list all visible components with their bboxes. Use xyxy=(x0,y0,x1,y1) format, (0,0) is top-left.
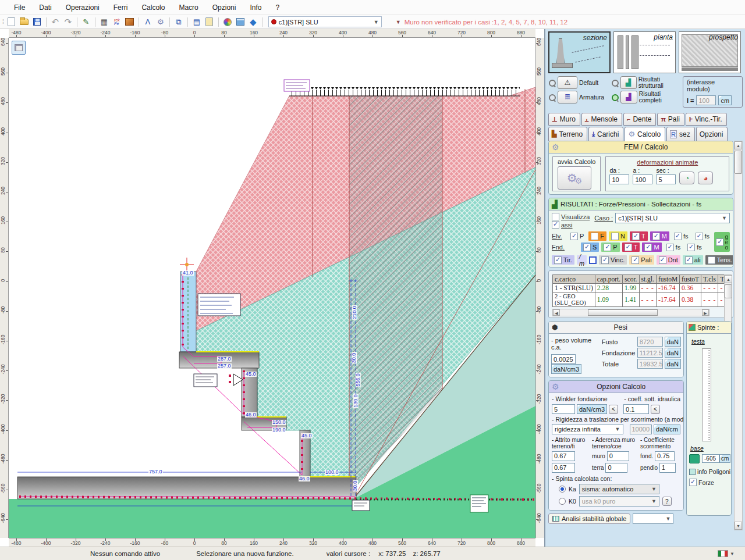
vinc-checkbox[interactable] xyxy=(601,256,609,264)
table-button[interactable] xyxy=(234,16,247,27)
fnd-fs1-checkbox[interactable] xyxy=(666,244,674,251)
caso-selector[interactable]: c1)[STR] SLU▼ xyxy=(615,213,730,223)
geo-toggle[interactable]: geo xyxy=(714,232,730,252)
rck-fe-button[interactable]: rckFe xyxy=(111,16,123,27)
rigidezza-selector[interactable]: rigidezza infinita▼ xyxy=(552,424,623,434)
coef-fond-input[interactable]: 0.75 xyxy=(655,451,675,461)
table-horizontal-scrollbar[interactable]: ◀ ▶ xyxy=(552,309,709,316)
stabilita-selector[interactable]: ▼ xyxy=(633,513,673,524)
fnd-m-checkbox[interactable] xyxy=(644,244,652,251)
stop-animation-button[interactable]: ◕ xyxy=(698,172,713,184)
menu-calcolo[interactable]: Calcolo xyxy=(134,2,172,13)
attrito-fi2-input[interactable]: 0.67 xyxy=(552,463,575,473)
rigidezza-input[interactable]: 10000 xyxy=(630,425,652,434)
elv-m-checkbox[interactable] xyxy=(652,233,660,240)
winkler-input[interactable]: 5 xyxy=(552,404,575,414)
a-input[interactable]: 100 xyxy=(633,174,652,184)
edit-notes-button[interactable]: ✎ xyxy=(80,16,93,27)
elv-p-checkbox[interactable] xyxy=(570,233,578,240)
elv-n-checkbox[interactable] xyxy=(611,233,619,240)
menu-ferri[interactable]: Ferri xyxy=(107,2,135,13)
da-input[interactable]: 10 xyxy=(609,174,629,184)
scroll-up-icon[interactable]: ▲ xyxy=(725,275,732,283)
preview-button[interactable]: ⧉ xyxy=(172,16,185,27)
menu-file[interactable]: File xyxy=(7,2,32,13)
tab-mensole[interactable]: ⫠Mensole xyxy=(581,113,622,126)
scroll-up-icon[interactable]: ▲ xyxy=(735,141,742,149)
fnd-t-checkbox[interactable] xyxy=(625,244,632,251)
scroll-left-icon[interactable]: ◀ xyxy=(553,309,560,316)
canvas-tool-button[interactable] xyxy=(12,41,26,55)
tens-checkbox[interactable] xyxy=(708,256,715,264)
view-risultati-strutturali-button[interactable]: ▟ xyxy=(620,76,637,89)
aderenza-muro-input[interactable]: 0 xyxy=(607,451,629,461)
k0-selector[interactable]: usa k0 puro▼ xyxy=(579,496,659,507)
redo-button[interactable]: ↷ xyxy=(62,16,74,27)
spinte-tool-button[interactable] xyxy=(689,454,700,463)
menu-opzioni[interactable]: Opzioni xyxy=(205,2,243,13)
elv-fs1-checkbox[interactable] xyxy=(674,233,682,240)
language-selector[interactable]: ▼ xyxy=(718,550,735,557)
materials-button[interactable]: ▦ xyxy=(98,16,111,27)
ali-checkbox[interactable] xyxy=(685,256,693,264)
view-default-button[interactable]: ⚠ xyxy=(558,76,577,89)
elv-fs2-checkbox[interactable] xyxy=(696,233,703,240)
view-armatura-button[interactable]: 𝄜 xyxy=(558,91,577,104)
geo-checkbox[interactable] xyxy=(716,238,723,246)
new-file-button[interactable] xyxy=(5,16,18,27)
visualizza-label[interactable]: Visualizza xyxy=(561,213,590,220)
interasse-input[interactable]: 100 xyxy=(696,95,716,105)
fnd-s-checkbox[interactable] xyxy=(583,244,591,251)
table-row[interactable]: 1 - STR(SLU)2.28 1.99- - - -16.740.36 - … xyxy=(553,284,730,293)
save-button[interactable] xyxy=(31,16,44,27)
elv-t-checkbox[interactable] xyxy=(632,233,640,240)
menu-help[interactable]: ? xyxy=(268,2,286,13)
fnd-p-checkbox[interactable] xyxy=(604,244,611,251)
scroll-down-icon[interactable]: ▼ xyxy=(735,522,742,530)
visualizza-checkbox[interactable] xyxy=(552,213,559,220)
tab-terreno[interactable]: ▙Terreno xyxy=(548,127,587,141)
scroll-right-icon[interactable]: ▶ xyxy=(702,309,709,316)
coef-pendio-input[interactable]: 1 xyxy=(659,463,676,473)
help-button[interactable]: ? xyxy=(662,497,672,506)
testa-link[interactable]: testa xyxy=(691,338,705,345)
menu-dati[interactable]: Dati xyxy=(32,2,58,13)
sec-input[interactable]: 5 xyxy=(656,174,676,184)
analisi-stabilita-button[interactable]: Analisi stabilità globale xyxy=(548,513,630,524)
ka-radio[interactable] xyxy=(559,486,566,493)
extra-checkbox[interactable] xyxy=(589,256,597,264)
view-pianta-card[interactable]: pianta xyxy=(613,31,676,73)
elv-label[interactable]: Elv. xyxy=(552,233,566,240)
info-poligoni-link[interactable]: info Poligoni xyxy=(689,468,730,475)
tab-carichi[interactable]: ⤓Carichi xyxy=(588,127,623,141)
tir-checkbox[interactable] xyxy=(554,256,562,264)
report-button[interactable] xyxy=(203,16,216,27)
tab-sez[interactable]: Rsez xyxy=(666,127,695,141)
forze-checkbox[interactable] xyxy=(689,479,697,486)
pali-checkbox[interactable] xyxy=(632,256,639,264)
coeff-less-button[interactable]: < xyxy=(651,405,660,414)
aderenza-terra-input[interactable]: 0 xyxy=(605,463,627,473)
view-risultati-completi-button[interactable]: ▟ xyxy=(620,91,637,104)
open-file-button[interactable] xyxy=(18,16,31,27)
drafting-button[interactable]: Λ xyxy=(141,16,154,27)
tab-opzioni[interactable]: Opzioni xyxy=(696,127,728,141)
panel-scrollbar[interactable]: ▲ ▼ xyxy=(734,141,743,530)
menu-macro[interactable]: Macro xyxy=(172,2,205,13)
coeff-input[interactable]: 0.1 xyxy=(623,404,649,414)
base-link[interactable]: base xyxy=(690,445,704,452)
fnd-fs2-checkbox[interactable] xyxy=(687,244,695,251)
view-sezione-card[interactable]: sezione xyxy=(548,31,611,73)
settings-button[interactable]: ⚙ xyxy=(154,16,167,27)
load-case-selector[interactable]: c1)[STR] SLU ▼ xyxy=(268,16,382,27)
table-row[interactable]: 2 - GEO (SLU_GEO)1.09 1.41- - - -17.640.… xyxy=(553,293,730,307)
dnt-checkbox[interactable] xyxy=(659,256,666,264)
play-animation-button[interactable]: ◔ xyxy=(679,172,694,184)
tab-calcolo[interactable]: ⚙Calcolo xyxy=(625,127,665,141)
peso-volume-input[interactable]: 0.0025 xyxy=(551,354,576,364)
export-button[interactable]: ▤ xyxy=(190,16,203,27)
colors-button[interactable] xyxy=(221,16,234,27)
k0-radio[interactable] xyxy=(559,498,566,505)
attrito-fi1-input[interactable]: 0.67 xyxy=(552,451,575,461)
sisma-selector[interactable]: sisma: automatico▼ xyxy=(579,484,659,494)
